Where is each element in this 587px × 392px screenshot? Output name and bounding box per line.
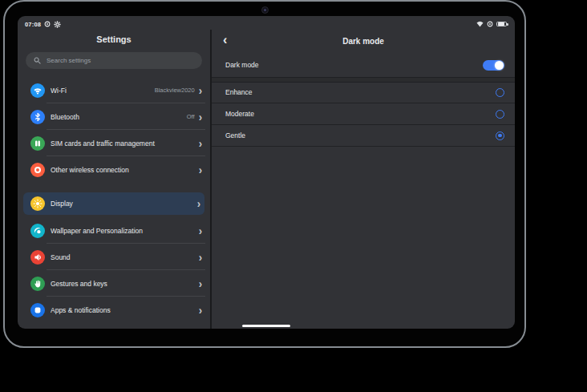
sidebar-item-label: Sound <box>51 253 199 261</box>
sidebar-item-label: Apps & notifications <box>51 306 199 314</box>
option-label: Enhance <box>225 88 253 96</box>
chevron-right-icon: › <box>199 112 202 122</box>
sidebar-item-label: Display <box>51 200 197 208</box>
sidebar-item-other-wireless-connection[interactable]: Other wireless connection› <box>18 156 210 183</box>
toggle-knob <box>495 61 504 70</box>
sidebar-item-value: Off <box>187 113 195 120</box>
sidebar-item-wi-fi[interactable]: Wi-FiBlackview2020› <box>18 77 210 103</box>
option-label: Gentle <box>225 131 245 139</box>
sidebar-item-label: Wallpaper and Personalization <box>51 227 199 235</box>
chevron-right-icon: › <box>199 165 202 175</box>
status-bar-left: 07:08 <box>25 21 61 28</box>
radio-moderate[interactable] <box>496 110 504 119</box>
screen-cast-icon <box>487 21 493 27</box>
wifi-icon <box>30 83 45 98</box>
sidebar-item-label: Other wireless connection <box>51 166 199 174</box>
sidebar-item-label: Wi-Fi <box>51 87 155 95</box>
wave-icon <box>30 224 45 238</box>
radio-enhance[interactable] <box>496 88 504 97</box>
chevron-right-icon: › <box>199 226 202 236</box>
sidebar-item-label: SIM cards and traffic management <box>51 139 199 148</box>
chevron-right-icon: › <box>199 86 202 95</box>
bluetooth-icon <box>30 110 45 124</box>
sidebar-item-bluetooth[interactable]: BluetoothOff› <box>18 103 210 130</box>
search-placeholder: Search settings <box>47 57 91 64</box>
status-time: 07:08 <box>25 21 41 28</box>
apps-icon <box>30 303 45 317</box>
chevron-right-icon: › <box>199 279 202 289</box>
dark-mode-toggle[interactable] <box>483 60 504 71</box>
radio-gentle[interactable] <box>496 131 504 140</box>
front-camera-icon <box>261 6 269 14</box>
wifi-status-icon <box>476 21 484 27</box>
option-row-enhance[interactable]: Enhance <box>212 82 515 103</box>
sidebar-item-value: Blackview2020 <box>155 87 195 94</box>
tablet-device: 07:08 <box>3 0 526 348</box>
settings-panels: Settings Search settings Wi-FiBlackview2… <box>18 30 515 329</box>
settings-sidebar: Settings Search settings Wi-FiBlackview2… <box>18 30 210 329</box>
option-row-moderate[interactable]: Moderate <box>212 103 515 125</box>
sidebar-item-label: Bluetooth <box>51 113 187 121</box>
dark-mode-toggle-label: Dark mode <box>225 61 259 69</box>
settings-list: Wi-FiBlackview2020›BluetoothOff›SIM card… <box>18 77 210 323</box>
settings-group: Wi-FiBlackview2020›BluetoothOff›SIM card… <box>18 77 210 183</box>
battery-icon <box>496 22 507 27</box>
sun-icon <box>30 196 45 211</box>
search-icon <box>34 57 41 64</box>
search-input[interactable]: Search settings <box>26 52 202 69</box>
option-label: Moderate <box>225 110 254 118</box>
speaker-icon <box>30 250 45 265</box>
sidebar-item-gestures-and-keys[interactable]: Gestures and keys› <box>18 270 210 297</box>
home-indicator[interactable] <box>242 325 290 327</box>
dark-mode-header: ‹ Dark mode <box>212 30 515 52</box>
dark-mode-panel: ‹ Dark mode Dark mode EnhanceModerateGen… <box>210 30 515 329</box>
dark-mode-toggle-row[interactable]: Dark mode <box>212 52 515 78</box>
status-bar-right <box>476 21 507 27</box>
page-title: Dark mode <box>342 37 384 46</box>
settings-title: Settings <box>18 34 210 46</box>
settings-gear-icon <box>54 21 61 28</box>
data-saver-icon <box>44 21 51 27</box>
settings-group: Display›Wallpaper and Personalization›So… <box>18 192 210 323</box>
ring-icon <box>30 163 45 177</box>
sidebar-item-wallpaper-and-personalization[interactable]: Wallpaper and Personalization› <box>18 217 210 244</box>
sidebar-item-sound[interactable]: Sound› <box>18 244 210 270</box>
stage: 07:08 <box>0 0 587 392</box>
sim-icon <box>30 136 45 151</box>
chevron-right-icon: › <box>199 253 202 262</box>
sidebar-item-label: Gestures and keys <box>51 280 199 288</box>
chevron-right-icon: › <box>197 199 200 208</box>
sidebar-item-display[interactable]: Display› <box>23 192 204 215</box>
option-row-gentle[interactable]: Gentle <box>212 125 515 147</box>
chevron-right-icon: › <box>199 305 202 315</box>
hand-icon <box>30 277 45 291</box>
dark-mode-options-list: EnhanceModerateGentle <box>212 82 515 147</box>
status-bar: 07:08 <box>18 16 515 30</box>
sidebar-item-apps-notifications[interactable]: Apps & notifications› <box>18 297 210 323</box>
back-button[interactable]: ‹ <box>223 31 227 49</box>
sidebar-item-sim-cards-and-traffic-management[interactable]: SIM cards and traffic management› <box>18 130 210 156</box>
screen: 07:08 <box>18 16 515 329</box>
chevron-right-icon: › <box>199 139 202 148</box>
